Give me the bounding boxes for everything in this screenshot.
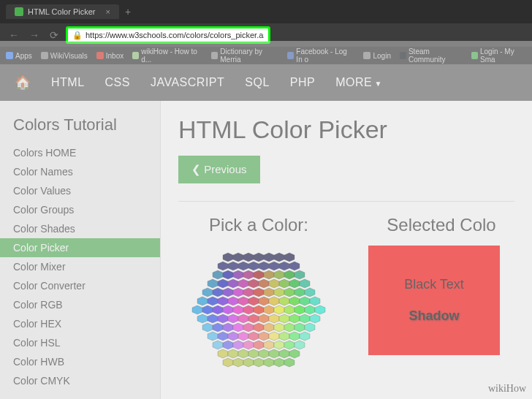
sidebar-item-color-hsl[interactable]: Color HSL: [0, 333, 160, 352]
lock-icon: 🔒: [72, 31, 83, 40]
svg-marker-94: [218, 332, 228, 341]
svg-marker-79: [289, 314, 300, 323]
svg-marker-65: [274, 305, 284, 314]
sidebar-item-color-names[interactable]: Color Names: [0, 162, 160, 181]
sidebar-item-color-values[interactable]: Color Values: [0, 181, 160, 200]
pick-color-heading: Pick a Color:: [178, 215, 339, 235]
svg-marker-3: [254, 253, 264, 262]
bookmark-label: Inbox: [106, 52, 123, 60]
svg-marker-98: [259, 332, 269, 341]
reload-button[interactable]: ⟳: [47, 28, 61, 42]
svg-marker-14: [289, 262, 300, 270]
bookmark-item[interactable]: Dictionary by Merria: [211, 48, 278, 64]
svg-marker-105: [233, 341, 243, 349]
main-content: HTML Color Picker Previous Pick a Color:…: [161, 101, 532, 399]
svg-marker-48: [228, 297, 238, 305]
previous-button[interactable]: Previous: [178, 156, 260, 183]
bookmark-favicon-icon: [132, 52, 139, 59]
nav-more[interactable]: MORE: [335, 76, 382, 89]
home-icon[interactable]: 🏠: [15, 75, 31, 91]
close-icon[interactable]: ×: [106, 7, 110, 16]
tab-title: HTML Color Picker: [28, 7, 96, 16]
nav-php[interactable]: PHP: [290, 76, 315, 89]
sidebar-item-color-rgb[interactable]: Color RGB: [0, 295, 160, 314]
url-input[interactable]: [86, 31, 264, 39]
svg-marker-51: [259, 297, 269, 305]
nav-css[interactable]: CSS: [105, 76, 130, 89]
svg-marker-97: [248, 332, 259, 341]
svg-marker-49: [238, 297, 248, 305]
svg-marker-8: [228, 262, 238, 270]
svg-marker-52: [269, 297, 279, 305]
sidebar-item-color-picker[interactable]: Color Picker: [0, 238, 160, 257]
svg-marker-47: [218, 297, 228, 305]
svg-marker-7: [218, 262, 228, 270]
svg-marker-67: [294, 305, 305, 314]
black-text-sample: Black Text: [404, 277, 464, 292]
sidebar-item-color-hwb[interactable]: Color HWB: [0, 352, 160, 371]
sidebar-item-color-shades[interactable]: Color Shades: [0, 219, 160, 238]
new-tab-button[interactable]: +: [125, 6, 131, 18]
svg-marker-21: [274, 270, 284, 279]
bookmark-item[interactable]: Login - My Sma: [471, 48, 526, 64]
bookmark-item[interactable]: WikiVisuals: [41, 52, 88, 60]
svg-marker-40: [264, 288, 274, 297]
svg-marker-110: [284, 341, 294, 349]
svg-marker-6: [284, 253, 294, 262]
svg-marker-73: [228, 314, 238, 323]
bookmark-label: Dictionary by Merria: [220, 48, 278, 64]
svg-marker-54: [289, 297, 300, 305]
browser-tab[interactable]: HTML Color Picker ×: [6, 4, 119, 19]
bookmark-item[interactable]: Inbox: [96, 52, 123, 60]
svg-marker-18: [243, 270, 254, 279]
svg-marker-121: [233, 358, 243, 367]
svg-marker-27: [238, 279, 248, 288]
forward-button[interactable]: →: [26, 28, 42, 42]
watermark: wikiHow: [488, 383, 526, 395]
bookmark-item[interactable]: Facebook - Log In o: [287, 48, 354, 64]
nav-javascript[interactable]: JAVASCRIPT: [151, 76, 224, 89]
svg-marker-45: [197, 297, 208, 305]
address-bar[interactable]: 🔒: [66, 26, 270, 44]
back-button[interactable]: ←: [6, 28, 22, 42]
svg-marker-35: [213, 288, 223, 297]
svg-marker-91: [294, 323, 305, 332]
top-navigation: 🏠 HTMLCSSJAVASCRIPTSQLPHPMORE: [0, 64, 532, 101]
bookmark-favicon-icon: [471, 52, 478, 59]
sidebar-item-color-converter[interactable]: Color Converter: [0, 276, 160, 295]
svg-marker-44: [305, 288, 315, 297]
svg-marker-75: [248, 314, 259, 323]
color-hexagon-picker[interactable]: [178, 246, 339, 377]
svg-marker-26: [228, 279, 238, 288]
nav-html[interactable]: HTML: [51, 76, 85, 89]
svg-marker-124: [264, 358, 274, 367]
svg-marker-81: [310, 314, 320, 323]
svg-marker-122: [243, 358, 254, 367]
sidebar-item-color-groups[interactable]: Color Groups: [0, 200, 160, 219]
svg-marker-102: [300, 332, 310, 341]
svg-marker-46: [208, 297, 218, 305]
svg-marker-99: [269, 332, 279, 341]
svg-marker-123: [254, 358, 264, 367]
svg-marker-28: [248, 279, 259, 288]
sidebar-item-colors-home[interactable]: Colors HOME: [0, 143, 160, 162]
svg-marker-31: [279, 279, 289, 288]
svg-marker-5: [274, 253, 284, 262]
bookmark-item[interactable]: Apps: [6, 52, 32, 60]
bookmark-label: Facebook - Log In o: [296, 48, 354, 64]
sidebar-item-color-cmyk[interactable]: Color CMYK: [0, 371, 160, 390]
svg-marker-106: [243, 341, 254, 349]
bookmark-item[interactable]: Steam Community: [400, 48, 463, 64]
svg-marker-117: [269, 349, 279, 358]
svg-marker-93: [208, 332, 218, 341]
svg-marker-15: [213, 270, 223, 279]
bookmark-item[interactable]: wikiHow - How to d...: [132, 48, 202, 64]
browser-tab-bar: HTML Color Picker × +: [0, 0, 532, 23]
sidebar-item-color-mixer[interactable]: Color Mixer: [0, 257, 160, 276]
bookmark-item[interactable]: Login: [363, 52, 390, 60]
sidebar-item-color-hex[interactable]: Color HEX: [0, 314, 160, 333]
nav-sql[interactable]: SQL: [245, 76, 270, 89]
svg-marker-68: [305, 305, 315, 314]
svg-marker-100: [279, 332, 289, 341]
svg-marker-59: [213, 305, 223, 314]
